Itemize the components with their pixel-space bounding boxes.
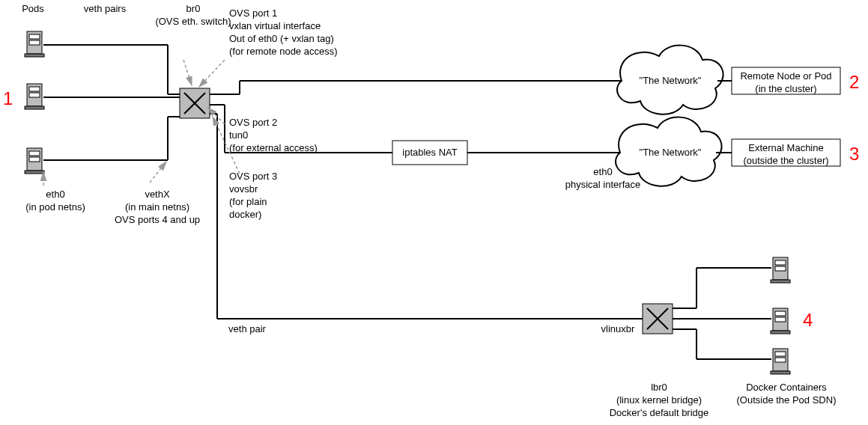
svg-line-56 xyxy=(199,60,225,87)
svg-rect-55 xyxy=(775,358,786,362)
pod-computer-icon xyxy=(25,84,44,109)
br0-switch-icon xyxy=(180,88,210,118)
docker-container-icon xyxy=(771,308,790,334)
svg-rect-11 xyxy=(29,157,40,162)
lbr0-label: lbr0 (linux kernel bridge) Docker's defa… xyxy=(599,382,719,420)
svg-rect-5 xyxy=(25,106,44,109)
svg-rect-10 xyxy=(29,151,40,156)
svg-rect-45 xyxy=(771,280,790,283)
eth0-phys-label: eth0 physical interface xyxy=(554,166,652,192)
marker-2: 2 xyxy=(849,72,859,93)
network2-label: "The Network" xyxy=(629,147,711,159)
port3-label: OVS port 3 vovsbr (for plain docker) xyxy=(229,171,319,221)
vethx-label: vethX (in main netns) OVS ports 4 and up xyxy=(105,189,210,227)
docker-container-icon xyxy=(771,257,790,283)
svg-line-61 xyxy=(183,60,192,85)
svg-rect-54 xyxy=(775,352,786,356)
svg-rect-7 xyxy=(29,93,40,97)
lbr0-switch-icon xyxy=(643,304,673,334)
network1-label: "The Network" xyxy=(629,75,711,88)
marker-3: 3 xyxy=(849,144,859,165)
marker-4: 4 xyxy=(803,310,813,331)
iptables-label: iptables NAT xyxy=(392,147,467,159)
external-machine-label: External Machine (outside the cluster) xyxy=(732,142,840,168)
svg-rect-47 xyxy=(775,266,786,271)
svg-rect-6 xyxy=(29,87,40,91)
br0-label: br0 (OVS eth. switch) xyxy=(148,3,238,28)
eth0-pod-label: eth0 (in pod netns) xyxy=(18,189,93,214)
pod-computer-icon xyxy=(25,31,44,57)
svg-rect-46 xyxy=(775,260,786,265)
svg-rect-2 xyxy=(29,34,40,39)
svg-rect-53 xyxy=(771,371,790,374)
veth-pairs-label: veth pairs xyxy=(75,3,135,16)
veth-pair-bottom-label: veth pair xyxy=(217,323,277,336)
svg-rect-1 xyxy=(25,54,44,57)
port2-label: OVS port 2 tun0 (for external access) xyxy=(229,117,349,155)
pods-label: Pods xyxy=(18,3,48,16)
svg-line-60 xyxy=(150,162,166,183)
remote-node-label: Remote Node or Pod (in the cluster) xyxy=(732,70,840,96)
svg-rect-9 xyxy=(25,171,44,174)
port1-label: OVS port 1 vxlan virtual interface Out o… xyxy=(229,7,379,58)
svg-rect-3 xyxy=(29,40,40,45)
docker-container-icon xyxy=(771,349,790,374)
vlinuxbr-label: vlinuxbr xyxy=(592,323,644,336)
docker-containers-label: Docker Containers (Outside the Pod SDN) xyxy=(726,382,846,407)
svg-rect-49 xyxy=(771,331,790,334)
marker-1: 1 xyxy=(3,88,13,109)
svg-rect-51 xyxy=(775,317,786,322)
svg-rect-50 xyxy=(775,311,786,316)
pod-computer-icon xyxy=(25,148,44,174)
